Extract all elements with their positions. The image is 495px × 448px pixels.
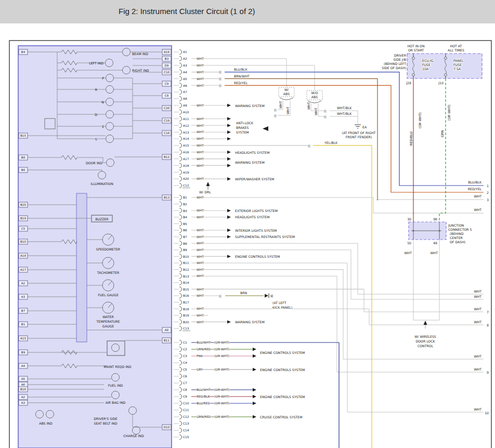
annotation-label: (( [274,114,277,117]
cluster-pin-label: B3 [165,57,169,60]
cluster-pin-label: B13 [164,196,170,199]
connector-pin-label: B11 [183,261,189,265]
connector-pin-label: A2 [183,57,187,60]
wire-color-label: WHT [197,151,204,154]
cluster-pin-label: C20 [164,107,170,110]
cluster-pin-label: A15 [20,337,26,340]
annotation-label: FUSE [422,63,431,67]
annotation-label: J10 [438,81,444,85]
connector-pin-label: B20 [183,321,189,324]
cluster-component-label: P [102,76,104,80]
cluster-pin-label: A5 [21,377,25,380]
cluster-pin-label: D9 [165,64,169,67]
annotation-label: YEL/BLK [324,141,338,144]
annotation-label: JUNCTION [448,223,464,228]
connector-pin-label: B16 [183,294,189,297]
wire-color-label: (OR WHT) [214,415,229,418]
connector-pin-label: B15 [183,288,189,291]
cluster-pin-label: C8 [165,94,169,97]
annotation-label: BRN/WHT [234,74,250,78]
wire-color-label: (OR WHT) [214,348,229,351]
connector-pin-label: A20 [183,177,189,180]
wire-color-label: WHT [197,261,204,265]
annotation-label: 98 [433,217,437,221]
cluster-pin-label: C5 [21,227,25,230]
annotation-label: (BEHIND LEFT [384,62,406,65]
wire-color-label: WHT [197,117,204,121]
junction-connector-5 [409,222,446,240]
cluster-pin-label: A2 [21,282,25,285]
wire-color-label: GRN/RED [197,415,211,418]
system-label: ENGINE CONTROLS SYSTEM [260,368,305,372]
cluster-component-label: D [95,113,97,116]
connector-pin-label: C9 [183,395,187,398]
cluster-component-label: LEFT IND [89,61,103,65]
cluster-component-label: FUEL IND [108,384,123,387]
cluster-pin-label: B11 [164,339,170,342]
cluster-pin-label: A6 [21,383,25,386]
annotation-label: WHT [474,307,481,311]
wire-color-label: WHT [197,268,204,271]
annotation-label: BRN [240,291,248,295]
wire-color-label: WHT [197,248,204,252]
wire-color-label: WHT [197,104,204,107]
cluster-pin-label: A16 [164,50,170,54]
cluster-pin-label: B9 [21,351,25,354]
cluster-component-label: TACHOMETER [97,271,120,274]
wire-color-label: WHT [197,57,204,60]
cluster-component-label: 2 [102,125,104,128]
wire-color-label: BLU/WHT [197,388,211,391]
system-label: HEADLIGHTS SYSTEM [235,151,270,154]
cluster-pin-label: B6 [21,168,25,172]
annotation-label: RED/BLU [409,131,413,146]
annotation-label: OR START [408,48,424,52]
system-label: WIPER/WASHER SYSTEM [235,177,274,181]
cluster-component-label: R [95,88,98,91]
cluster-component-label: BUZZER [95,217,109,221]
annotation-label: J28 [406,81,411,85]
connector-pin-label: B2 [183,203,187,206]
annotation-label: WHT [286,107,290,114]
connector-pin-label: A19 [183,171,189,174]
connector-pin-label: B18 [183,308,189,311]
connector-pin-label: A10 [183,111,189,114]
connector-pin-label: B3 [183,209,187,213]
annotation-label: (( [219,77,222,81]
annotation-label: WHT [474,194,481,198]
annotation-label: BLU/BLK [468,180,482,184]
cluster-pin-label: B1 [21,323,25,326]
wire-color-label: WHT [197,307,204,310]
system-label: WARNING SYSTEM [235,320,265,324]
wire-color-label: WHT [197,77,204,81]
annotation-label: (( [274,108,277,112]
connector-pin-label: A5 [183,77,187,81]
annotation-label: PANEL [453,59,464,62]
annotation-label: 1 [487,184,489,188]
wire-color-label: WHT [197,71,204,74]
connector-pin-label: B17 [183,301,189,304]
cluster-pin-label: B16 [20,388,26,391]
cluster-component-label: ILLUMINATION [90,182,113,186]
connector-pin-label: B5 [183,222,187,226]
annotation-label: IE [270,294,273,298]
cluster-pin-label: B4 [21,50,25,54]
connector-pin-label: C8 [183,388,187,391]
system-label: ENGINE CONTROLS SYSTEM [235,255,280,258]
annotation-label: WHT [474,208,481,212]
wire-color-label: RED/BLK [197,395,210,398]
annotation-label: (OR WHT) [418,112,422,128]
annotation-label: DRIVER [394,54,407,57]
wire-color-label: BLU/RED [197,402,210,405]
connector-pin-label: C12 [183,184,189,187]
connector-pin-label: C7 [183,381,187,385]
annotation-label: HOT IN ON [407,44,425,48]
annotation-label: ALL TIMES [448,48,464,52]
wire-color-label: BLU/WHT [197,341,211,344]
connector-pin-label: B13 [183,275,189,278]
cluster-pin-label: C9 [165,82,169,85]
annotation-label: WHT [404,251,412,255]
system-label: EXTERIOR LIGHTS SYSTEM [235,209,278,213]
system-label: HEADLIGHTS SYSTEM [235,215,270,219]
connector-pin-label: B8 [183,242,187,245]
annotation-label: CONNECTOR 5 [448,228,472,231]
